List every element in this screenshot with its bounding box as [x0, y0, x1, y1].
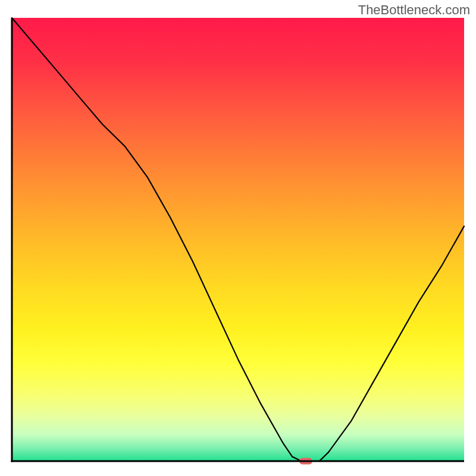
chart-container: TheBottleneck.com — [0, 0, 476, 476]
bottleneck-chart — [0, 0, 476, 476]
chart-background — [12, 18, 464, 461]
watermark-text: TheBottleneck.com — [358, 2, 470, 18]
